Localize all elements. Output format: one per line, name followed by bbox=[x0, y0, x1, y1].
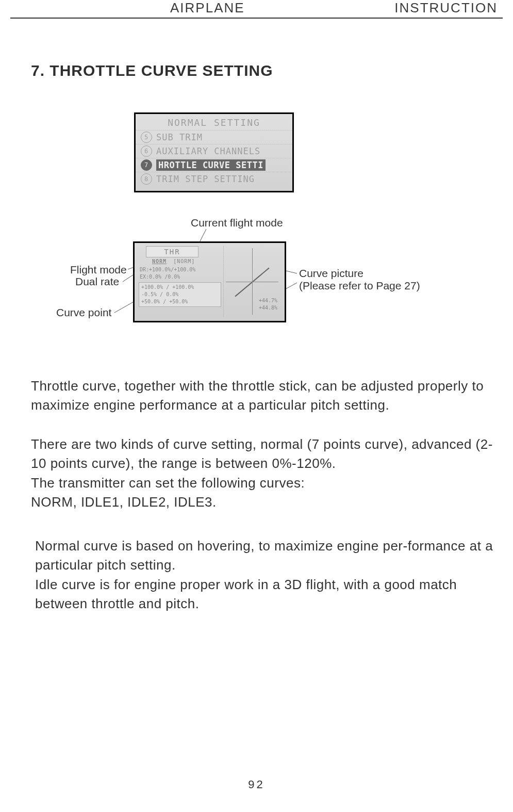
header-right: INSTRUCTION bbox=[394, 0, 498, 16]
section-heading: 7. THROTTLE CURVE SETTING bbox=[31, 62, 273, 79]
lcd-curve-graph-line bbox=[235, 267, 269, 297]
lcd-menu-row-label: AUXILIARY CHANNELS bbox=[156, 146, 260, 156]
callout-current-flight-mode: Current flight mode bbox=[191, 217, 283, 229]
lcd-curve-tab: THR bbox=[146, 246, 198, 257]
lcd-curve-mode-row: NORM [NORM] bbox=[152, 258, 195, 264]
lcd-curve-point-line: -0.5% / 0.0% bbox=[141, 291, 219, 298]
body-paragraph: The transmitter can set the following cu… bbox=[31, 474, 494, 493]
body-paragraph: There are two kinds of curve setting, no… bbox=[31, 435, 494, 473]
lcd-menu-row-selected: 7 HROTTLE CURVE SETTI bbox=[136, 158, 292, 172]
lcd-menu-screenshot: NORMAL SETTING 5 SUB TRIM 6 AUXILIARY CH… bbox=[134, 112, 294, 192]
lcd-curve-point-line: +50.0% / +50.0% bbox=[141, 298, 219, 305]
callout-dual-rate: Dual rate bbox=[75, 275, 119, 288]
lcd-curve-point-box: +100.0% / +100.0% -0.5% / 0.0% +50.0% / … bbox=[139, 282, 221, 307]
lcd-curve-graph-value: +44.7% bbox=[259, 298, 277, 303]
body-paragraph: NORM, IDLE1, IDLE2, IDLE3. bbox=[31, 493, 494, 512]
header-left: AIRPLANE bbox=[170, 0, 245, 16]
callout-flight-mode: Flight mode bbox=[70, 264, 127, 276]
lcd-menu-row-label: SUB TRIM bbox=[156, 132, 203, 142]
lcd-curve-graph-value: +44.8% bbox=[259, 305, 277, 311]
lcd-menu-row-number: 5 bbox=[141, 132, 152, 143]
lcd-menu-row: 5 SUB TRIM bbox=[136, 130, 292, 144]
callout-curve-point: Curve point bbox=[56, 306, 111, 319]
lcd-menu-row-label: HROTTLE CURVE SETTI bbox=[156, 159, 266, 171]
body-paragraph: Throttle curve, together with the thrott… bbox=[31, 377, 494, 415]
body-paragraph: Normal curve is based on hovering, to ma… bbox=[35, 537, 494, 575]
lcd-curve-graph: +44.7% +44.8% bbox=[223, 246, 280, 317]
lcd-menu-row: 6 AUXILIARY CHANNELS bbox=[136, 144, 292, 158]
callout-curve-picture-line2: (Please refer to Page 27) bbox=[299, 280, 420, 292]
lcd-menu-row-label: TRIM STEP SETTING bbox=[156, 174, 255, 184]
lcd-curve-dual-rate: DR:+100.0%/+100.0% bbox=[140, 267, 195, 272]
body-paragraph: Idle curve is for engine proper work in … bbox=[35, 575, 494, 613]
lcd-menu-title: NORMAL SETTING bbox=[136, 117, 292, 128]
page-number: 92 bbox=[0, 778, 513, 791]
callout-curve-picture-line1: Curve picture bbox=[299, 267, 363, 280]
lcd-curve-mode-current: [NORM] bbox=[173, 258, 195, 264]
lcd-menu-row-number: 6 bbox=[141, 145, 152, 157]
lcd-curve-mode-selected: NORM bbox=[152, 258, 167, 264]
lcd-curve-point-line: +100.0% / +100.0% bbox=[141, 284, 219, 291]
header-rule bbox=[10, 18, 503, 19]
page-header: AIRPLANE INSTRUCTION bbox=[0, 0, 513, 23]
lcd-curve-expo: EX:0.0% /0.0% bbox=[140, 274, 180, 280]
lcd-menu-row: 8 TRIM STEP SETTING bbox=[136, 172, 292, 186]
lcd-menu-row-number: 7 bbox=[141, 159, 152, 171]
lcd-menu-row-number: 8 bbox=[141, 173, 152, 185]
lcd-curve-screenshot: THR NORM [NORM] DR:+100.0%/+100.0% EX:0.… bbox=[133, 241, 286, 322]
